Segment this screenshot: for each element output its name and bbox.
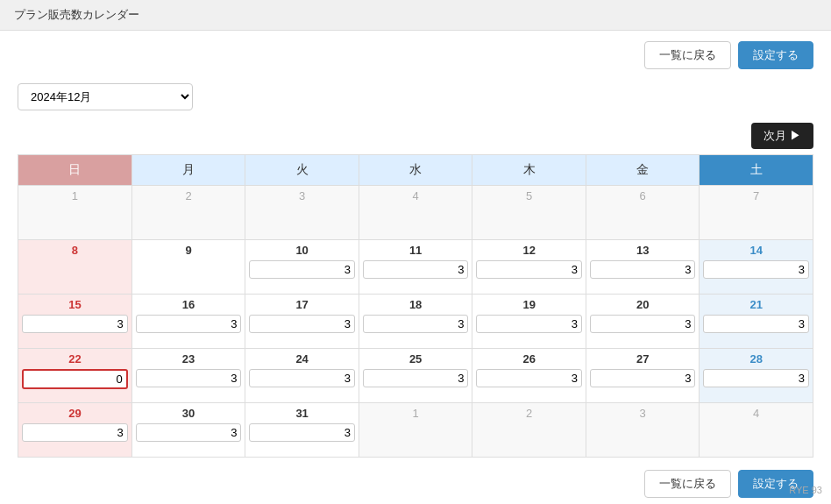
calendar-cell: 6 [586, 186, 700, 240]
day-number: 18 [363, 298, 469, 311]
day-quantity-input[interactable] [249, 260, 355, 279]
day-number: 11 [363, 244, 469, 257]
day-quantity-input[interactable] [590, 369, 696, 387]
calendar-cell: 3 [245, 186, 359, 240]
header-thu: 木 [472, 155, 586, 186]
day-number: 24 [249, 352, 355, 366]
calendar-cell: 18 [359, 295, 472, 349]
day-quantity-input[interactable] [249, 315, 355, 333]
calendar-cell: 23 [131, 349, 245, 403]
day-number: 12 [476, 244, 582, 257]
day-number: 14 [703, 244, 809, 257]
back-button-bottom[interactable]: 一覧に戻る [644, 470, 731, 498]
calendar-cell: 28 [700, 349, 813, 403]
calendar-cell: 17 [245, 295, 359, 349]
day-number: 19 [476, 298, 582, 311]
day-number: 8 [22, 244, 128, 257]
day-number: 6 [590, 189, 696, 202]
day-quantity-input[interactable] [476, 315, 582, 333]
day-quantity-input[interactable] [590, 315, 696, 333]
watermark: RYE 93 [789, 485, 822, 495]
back-button-top[interactable]: 一覧に戻る [644, 41, 731, 69]
day-number: 27 [590, 352, 696, 366]
day-number: 25 [363, 352, 469, 366]
calendar-cell: 1 [18, 186, 132, 240]
calendar-cell: 4 [700, 403, 813, 458]
day-number: 1 [363, 407, 469, 420]
month-select-row: 2024年10月 2024年11月 2024年12月 2025年1月 2025年… [0, 76, 831, 117]
day-number: 29 [22, 407, 128, 420]
day-number: 4 [363, 189, 469, 202]
calendar-cell: 24 [245, 349, 359, 403]
calendar-cell: 3 [586, 403, 700, 458]
day-number: 3 [590, 407, 696, 420]
calendar-cell: 19 [472, 295, 586, 349]
day-number: 31 [249, 407, 355, 420]
header-wed: 水 [359, 155, 472, 186]
day-quantity-input[interactable] [136, 315, 242, 333]
calendar-cell: 22 [18, 349, 132, 403]
day-number: 15 [22, 298, 128, 311]
day-number: 2 [476, 407, 582, 420]
day-quantity-input[interactable] [249, 369, 355, 387]
day-quantity-input[interactable] [22, 423, 128, 442]
day-quantity-input[interactable] [22, 315, 128, 333]
calendar-cell: 14 [700, 240, 813, 295]
day-number: 20 [590, 298, 696, 311]
page-title: プラン販売数カレンダー [14, 8, 139, 21]
calendar-cell: 8 [18, 240, 132, 295]
day-number: 28 [703, 352, 809, 366]
header-sun: 日 [18, 155, 132, 186]
header-mon: 月 [131, 155, 245, 186]
day-number: 9 [136, 244, 242, 257]
calendar-cell: 31 [245, 403, 359, 458]
day-number: 3 [249, 189, 355, 202]
day-number: 5 [476, 189, 582, 202]
day-quantity-input[interactable] [363, 369, 469, 387]
day-number: 4 [703, 407, 809, 420]
next-month-button[interactable]: 次月 ▶ [751, 123, 813, 149]
day-number: 22 [22, 352, 128, 366]
calendar-cell: 26 [472, 349, 586, 403]
calendar-wrapper: 日 月 火 水 木 金 土 12345678910111213141516171… [0, 154, 831, 458]
calendar-cell: 15 [18, 295, 132, 349]
day-quantity-input[interactable] [249, 423, 355, 442]
day-quantity-input[interactable] [590, 260, 696, 279]
day-number: 13 [590, 244, 696, 257]
day-number: 1 [22, 189, 128, 202]
day-quantity-input[interactable] [703, 369, 809, 387]
day-quantity-input[interactable] [363, 315, 469, 333]
calendar-cell: 2 [131, 186, 245, 240]
calendar-cell: 13 [586, 240, 700, 295]
calendar-cell: 10 [245, 240, 359, 295]
day-quantity-input[interactable] [136, 423, 242, 442]
calendar-cell: 27 [586, 349, 700, 403]
calendar-cell: 16 [131, 295, 245, 349]
calendar-table: 日 月 火 水 木 金 土 12345678910111213141516171… [18, 154, 813, 458]
day-quantity-input[interactable] [22, 369, 128, 389]
day-quantity-input[interactable] [136, 369, 242, 387]
top-buttons-row: 一覧に戻る 設定する [0, 31, 831, 76]
calendar-cell: 9 [131, 240, 245, 295]
calendar-cell: 30 [131, 403, 245, 458]
page-title-bar: プラン販売数カレンダー [0, 0, 831, 31]
day-number: 17 [249, 298, 355, 311]
day-quantity-input[interactable] [476, 369, 582, 387]
next-month-label: 次月 ▶ [764, 128, 801, 144]
day-number: 23 [136, 352, 242, 366]
day-number: 30 [136, 407, 242, 420]
calendar-cell: 12 [472, 240, 586, 295]
header-fri: 金 [586, 155, 700, 186]
save-button-top[interactable]: 設定する [738, 41, 813, 69]
day-quantity-input[interactable] [363, 260, 469, 279]
day-quantity-input[interactable] [703, 260, 809, 279]
calendar-cell: 5 [472, 186, 586, 240]
day-quantity-input[interactable] [476, 260, 582, 279]
day-quantity-input[interactable] [703, 315, 809, 333]
month-select[interactable]: 2024年10月 2024年11月 2024年12月 2025年1月 2025年… [18, 83, 193, 110]
next-month-row: 次月 ▶ [0, 117, 831, 154]
day-number: 26 [476, 352, 582, 366]
day-number: 16 [136, 298, 242, 311]
calendar-cell: 4 [359, 186, 472, 240]
bottom-buttons-row: 一覧に戻る 設定する [0, 458, 831, 504]
